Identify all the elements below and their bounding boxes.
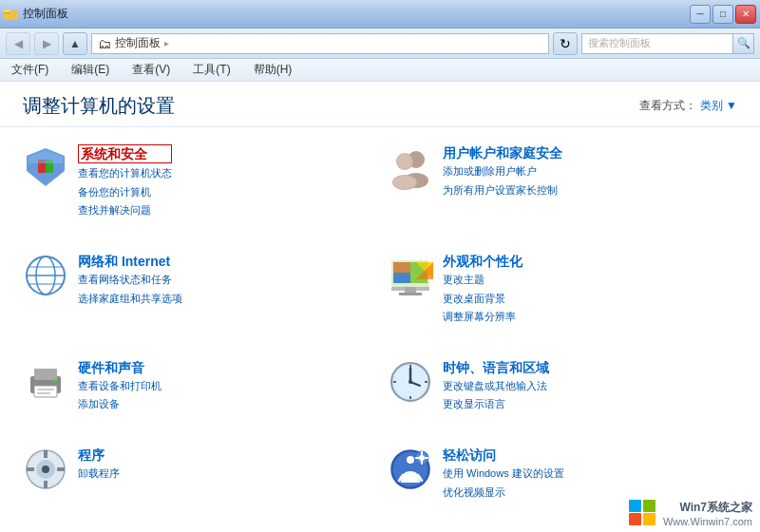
- menu-edit[interactable]: 编辑(E): [67, 60, 113, 80]
- cp-item-network[interactable]: 网络和 Internet 查看网络状态和任务 选择家庭组和共享选项: [15, 243, 380, 350]
- cp-item-user-accounts[interactable]: 用户帐户和家庭安全 添加或删除用户帐户 为所有用户设置家长控制: [380, 135, 745, 243]
- control-panel-grid: 系统和安全 查看您的计算机状态 备份您的计算机 查找并解决问题 用户帐户和家庭安: [0, 127, 760, 532]
- cp-sub-parental-controls[interactable]: 为所有用户设置家长控制: [443, 182, 562, 200]
- svg-rect-59: [421, 461, 423, 465]
- minimize-button[interactable]: ─: [690, 5, 711, 24]
- svg-rect-50: [57, 467, 65, 471]
- svg-marker-7: [28, 150, 63, 163]
- accessibility-icon: [388, 446, 433, 492]
- cp-sub-add-user[interactable]: 添加或删除用户帐户: [443, 163, 562, 180]
- svg-rect-32: [37, 389, 54, 390]
- shield-icon: [23, 144, 68, 190]
- maximize-button[interactable]: □: [712, 5, 733, 24]
- folder-icon: 🗂: [98, 36, 111, 51]
- cp-title-network[interactable]: 网络和 Internet: [78, 253, 182, 270]
- cp-text-ease-access: 轻松访问 使用 Windows 建议的设置 优化视频显示: [443, 446, 564, 501]
- title-bar-left: 控制面板: [4, 6, 68, 22]
- cp-text-clock: 时钟、语言和区域 更改键盘或其他输入法 更改显示语言: [443, 359, 549, 413]
- cp-sub-devices[interactable]: 查看设备和打印机: [78, 378, 162, 395]
- cp-item-appearance[interactable]: 外观和个性化 更改主题 更改桌面背景 调整屏幕分辨率: [380, 243, 745, 350]
- svg-rect-60: [415, 457, 419, 459]
- svg-rect-26: [399, 293, 422, 295]
- windows-logo: [627, 498, 657, 528]
- cp-title-hardware[interactable]: 硬件和声音: [78, 359, 162, 376]
- cp-sub-language[interactable]: 更改显示语言: [443, 396, 549, 413]
- svg-rect-62: [629, 513, 641, 525]
- address-bar: ◀ ▶ ▲ 🗂 控制面板 ▸ ↻ 搜索控制面板 🔍: [0, 28, 760, 59]
- network-icon: [23, 253, 68, 298]
- svg-rect-48: [44, 481, 48, 488]
- cp-sub-network-status[interactable]: 查看网络状态和任务: [78, 272, 182, 289]
- cp-title-system-security[interactable]: 系统和安全: [78, 144, 172, 163]
- cp-sub-recommended[interactable]: 使用 Windows 建议的设置: [443, 466, 564, 483]
- view-label: 查看方式：: [639, 98, 696, 114]
- svg-rect-47: [44, 450, 48, 458]
- page-header: 调整计算机的设置 查看方式： 类别 ▼: [0, 82, 760, 127]
- svg-rect-64: [629, 500, 641, 512]
- search-button[interactable]: 🔍: [733, 33, 754, 54]
- svg-point-34: [53, 379, 57, 383]
- svg-rect-22: [393, 262, 410, 273]
- address-field[interactable]: 🗂 控制面板 ▸: [91, 33, 549, 54]
- cp-sub-theme[interactable]: 更改主题: [443, 272, 522, 289]
- cp-sub-resolution[interactable]: 调整屏幕分辨率: [443, 309, 522, 326]
- cp-sub-optimize-video[interactable]: 优化视频显示: [443, 484, 564, 502]
- svg-rect-63: [643, 513, 656, 525]
- title-bar-text: 控制面板: [23, 6, 68, 22]
- svg-rect-30: [34, 369, 57, 380]
- cp-sub-wallpaper[interactable]: 更改桌面背景: [443, 291, 522, 308]
- cp-sub-keyboard[interactable]: 更改键盘或其他输入法: [443, 378, 549, 395]
- main-content: 调整计算机的设置 查看方式： 类别 ▼ 系统和安全 查看您的计算机状态 备份您的…: [0, 82, 760, 532]
- watermark-line1: Win7系统之家: [663, 500, 752, 516]
- cp-sub-troubleshoot[interactable]: 查找并解决问题: [78, 202, 172, 219]
- close-button[interactable]: ✕: [735, 5, 756, 24]
- menu-tools[interactable]: 工具(T): [189, 60, 234, 80]
- svg-rect-49: [27, 467, 34, 471]
- view-selector: 查看方式： 类别 ▼: [639, 98, 737, 114]
- cp-text-hardware: 硬件和声音 查看设备和打印机 添加设备: [78, 359, 162, 413]
- refresh-button[interactable]: ↻: [553, 32, 578, 55]
- cp-sub-add-device[interactable]: 添加设备: [78, 396, 162, 413]
- cp-sub-backup[interactable]: 备份您的计算机: [78, 184, 172, 201]
- cp-item-hardware[interactable]: 硬件和声音 查看设备和打印机 添加设备: [15, 350, 380, 437]
- cp-text-appearance: 外观和个性化 更改主题 更改桌面背景 调整屏幕分辨率: [443, 253, 522, 326]
- programs-icon: [23, 446, 68, 492]
- watermark-line2: Www.Winwin7.com: [663, 516, 752, 527]
- cp-title-user-accounts[interactable]: 用户帐户和家庭安全: [443, 144, 562, 162]
- cp-title-clock[interactable]: 时钟、语言和区域: [443, 359, 549, 376]
- svg-rect-31: [34, 386, 57, 397]
- cp-item-programs[interactable]: 程序 卸载程序: [15, 437, 380, 524]
- cp-title-appearance[interactable]: 外观和个性化: [443, 253, 522, 270]
- svg-point-39: [408, 380, 412, 384]
- title-bar-controls: ─ □ ✕: [690, 5, 756, 24]
- users-icon: [388, 144, 433, 190]
- svg-rect-58: [421, 451, 423, 455]
- cp-text-system-security: 系统和安全 查看您的计算机状态 备份您的计算机 查找并解决问题: [78, 144, 172, 219]
- folder-icon: [4, 7, 19, 22]
- menu-view[interactable]: 查看(V): [128, 60, 174, 80]
- menu-help[interactable]: 帮助(H): [250, 60, 296, 80]
- menu-bar: 文件(F) 编辑(E) 查看(V) 工具(T) 帮助(H): [0, 59, 760, 82]
- search-placeholder: 搜索控制面板: [588, 36, 651, 50]
- appearance-icon: [388, 253, 433, 298]
- menu-file[interactable]: 文件(F): [8, 60, 52, 80]
- svg-rect-23: [393, 273, 410, 283]
- title-bar: 控制面板 ─ □ ✕: [0, 0, 760, 28]
- cp-title-ease-access[interactable]: 轻松访问: [443, 446, 564, 464]
- cp-text-user-accounts: 用户帐户和家庭安全 添加或删除用户帐户 为所有用户设置家长控制: [443, 144, 562, 199]
- search-field[interactable]: 搜索控制面板: [581, 33, 733, 54]
- svg-point-53: [407, 456, 414, 464]
- back-button[interactable]: ◀: [6, 32, 30, 55]
- svg-rect-25: [405, 287, 416, 293]
- svg-rect-33: [37, 392, 50, 394]
- view-type[interactable]: 类别 ▼: [700, 98, 737, 114]
- up-button[interactable]: ▲: [63, 32, 87, 55]
- svg-rect-61: [425, 457, 428, 459]
- cp-sub-uninstall[interactable]: 卸载程序: [78, 466, 120, 483]
- cp-item-clock[interactable]: 时钟、语言和区域 更改键盘或其他输入法 更改显示语言: [380, 350, 745, 437]
- cp-sub-homegroup[interactable]: 选择家庭组和共享选项: [78, 291, 182, 308]
- cp-title-programs[interactable]: 程序: [78, 446, 120, 464]
- cp-sub-check-status[interactable]: 查看您的计算机状态: [78, 165, 172, 182]
- forward-button[interactable]: ▶: [34, 32, 59, 55]
- cp-item-system-security[interactable]: 系统和安全 查看您的计算机状态 备份您的计算机 查找并解决问题: [15, 135, 380, 243]
